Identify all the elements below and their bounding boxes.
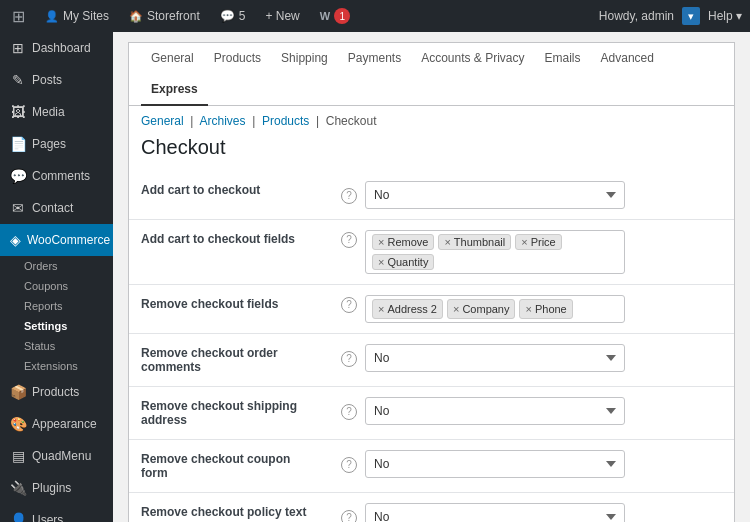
sidebar-item-label: Pages	[32, 137, 66, 151]
tag-phone: × Phone	[519, 299, 572, 319]
tag-remove: × Remove	[372, 234, 434, 250]
sidebar-item-label: Plugins	[32, 481, 71, 495]
sidebar-item-pages[interactable]: 📄 Pages	[0, 128, 113, 160]
new-content-label: + New	[265, 9, 299, 23]
sidebar-sub-settings[interactable]: Settings	[0, 316, 113, 336]
sidebar-item-media[interactable]: 🖼 Media	[0, 96, 113, 128]
tag-label: Quantity	[387, 256, 428, 268]
help-icon[interactable]: ?	[341, 188, 357, 204]
tab-emails[interactable]: Emails	[535, 43, 591, 75]
help-icon[interactable]: ?	[341, 351, 357, 367]
table-row: Add cart to checkout fields ? × Remove	[129, 220, 734, 285]
sidebar-item-label: Comments	[32, 169, 90, 183]
sidebar-item-users[interactable]: 👤 Users	[0, 504, 113, 522]
media-icon: 🖼	[10, 104, 26, 120]
sidebar-item-products[interactable]: 📦 Products	[0, 376, 113, 408]
sidebar-item-quadmenu[interactable]: ▤ QuadMenu	[0, 440, 113, 472]
remove-checkout-fields-tags[interactable]: × Address 2 × Company ×	[365, 295, 625, 323]
comments-icon: 💬	[10, 168, 26, 184]
sidebar-item-posts[interactable]: ✎ Posts	[0, 64, 113, 96]
tag-phone-btn[interactable]: ×	[525, 303, 531, 315]
setting-label: Add cart to checkout fields	[129, 220, 329, 285]
tab-advanced[interactable]: Advanced	[591, 43, 664, 75]
posts-icon: ✎	[10, 72, 26, 88]
tab-general[interactable]: General	[141, 43, 204, 75]
help-icon[interactable]: ?	[341, 297, 357, 313]
table-row: Add cart to checkout ? No Yes	[129, 171, 734, 220]
woo-badge: 1	[334, 8, 350, 24]
table-row: Remove checkout coupon form ? No Yes	[129, 440, 734, 493]
tab-bar: General Products Shipping Payments Accou…	[129, 43, 734, 106]
adminbar-right: Howdy, admin ▾ Help ▾	[599, 7, 742, 25]
table-row: Remove checkout order comments ? No Yes	[129, 334, 734, 387]
tag-address2: × Address 2	[372, 299, 443, 319]
storefront-menu[interactable]: 🏠 Storefront	[125, 9, 204, 23]
sidebar-sub-reports[interactable]: Reports	[0, 296, 113, 316]
tag-company-btn[interactable]: ×	[453, 303, 459, 315]
tag-label: Thumbnail	[454, 236, 505, 248]
tag-quantity-btn[interactable]: ×	[378, 256, 384, 268]
sidebar-item-contact[interactable]: ✉ Contact	[0, 192, 113, 224]
setting-control-cell: ? No Yes	[329, 440, 734, 493]
setting-control-cell: ? No Yes	[329, 493, 734, 523]
remove-coupon-form-select[interactable]: No Yes	[365, 450, 625, 478]
help-icon[interactable]: ?	[341, 457, 357, 473]
breadcrumb-archives[interactable]: Archives	[200, 114, 246, 128]
howdy-label: Howdy, admin	[599, 9, 674, 23]
tab-shipping[interactable]: Shipping	[271, 43, 338, 75]
sidebar-item-label: Dashboard	[32, 41, 91, 55]
remove-policy-text-select[interactable]: No Yes	[365, 503, 625, 522]
add-cart-to-checkout-select[interactable]: No Yes	[365, 181, 625, 209]
tag-quantity: × Quantity	[372, 254, 434, 270]
tab-payments[interactable]: Payments	[338, 43, 411, 75]
remove-shipping-address-select[interactable]: No Yes	[365, 397, 625, 425]
tag-address2-btn[interactable]: ×	[378, 303, 384, 315]
tag-label: Company	[462, 303, 509, 315]
comment-count: 5	[239, 9, 246, 23]
sidebar-sub-orders[interactable]: Orders	[0, 256, 113, 276]
setting-control-cell: ? × Remove × Thumbnail	[329, 220, 734, 285]
comments-menu[interactable]: 💬 5	[216, 9, 250, 23]
user-avatar-btn[interactable]: ▾	[682, 7, 700, 25]
tag-thumbnail-btn[interactable]: ×	[444, 236, 450, 248]
sidebar-item-label: Appearance	[32, 417, 97, 431]
sidebar-item-label: Media	[32, 105, 65, 119]
content-area: General Products Shipping Payments Accou…	[113, 32, 750, 522]
sidebar-sub-coupons[interactable]: Coupons	[0, 276, 113, 296]
sidebar-sub-status[interactable]: Status	[0, 336, 113, 356]
help-icon[interactable]: ?	[341, 404, 357, 420]
wp-logo[interactable]: ⊞	[8, 7, 29, 26]
settings-panel: General Products Shipping Payments Accou…	[128, 42, 735, 522]
help-button[interactable]: Help ▾	[708, 9, 742, 23]
sidebar-item-comments[interactable]: 💬 Comments	[0, 160, 113, 192]
table-row: Remove checkout fields ? × Address 2	[129, 285, 734, 334]
appearance-icon: 🎨	[10, 416, 26, 432]
page-title: Checkout	[129, 132, 734, 171]
help-icon[interactable]: ?	[341, 510, 357, 522]
my-sites-menu[interactable]: 👤 My Sites	[41, 9, 113, 23]
checkout-fields-tags[interactable]: × Remove × Thumbnail × P	[365, 230, 625, 274]
sidebar-sub-extensions[interactable]: Extensions	[0, 356, 113, 376]
sidebar-item-plugins[interactable]: 🔌 Plugins	[0, 472, 113, 504]
sidebar-item-appearance[interactable]: 🎨 Appearance	[0, 408, 113, 440]
new-content-menu[interactable]: + New	[261, 9, 303, 23]
products-icon: 📦	[10, 384, 26, 400]
sidebar-item-woocommerce[interactable]: ◈ WooCommerce	[0, 224, 113, 256]
help-icon[interactable]: ?	[341, 232, 357, 248]
woo-updates[interactable]: W 1	[316, 8, 354, 24]
tag-remove-btn[interactable]: ×	[378, 236, 384, 248]
tag-thumbnail: × Thumbnail	[438, 234, 511, 250]
sidebar-item-dashboard[interactable]: ⊞ Dashboard	[0, 32, 113, 64]
remove-order-comments-select[interactable]: No Yes	[365, 344, 625, 372]
woocommerce-icon: ◈	[10, 232, 21, 248]
contact-icon: ✉	[10, 200, 26, 216]
quadmenu-icon: ▤	[10, 448, 26, 464]
tab-accounts-privacy[interactable]: Accounts & Privacy	[411, 43, 534, 75]
breadcrumb-general[interactable]: General	[141, 114, 184, 128]
sidebar: ⊞ Dashboard ✎ Posts 🖼 Media 📄 Pages 💬 Co…	[0, 32, 113, 522]
breadcrumb-products[interactable]: Products	[262, 114, 309, 128]
tag-price-btn[interactable]: ×	[521, 236, 527, 248]
tab-products[interactable]: Products	[204, 43, 271, 75]
tab-express[interactable]: Express	[141, 74, 208, 106]
table-row: Remove checkout policy text ? No Yes	[129, 493, 734, 523]
